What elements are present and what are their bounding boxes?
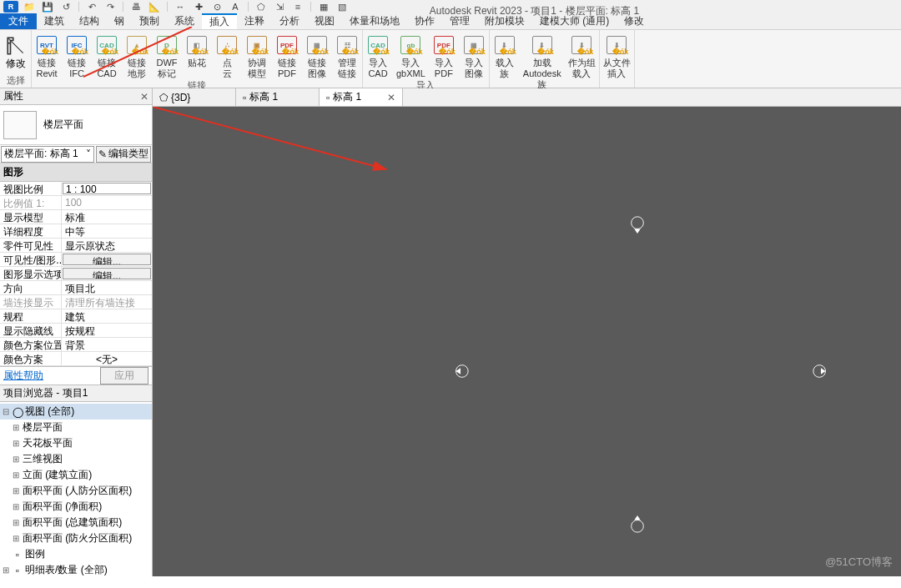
link-topo[interactable]: ▲�ók链接 地形 xyxy=(122,32,152,79)
tree-item[interactable]: ⊞▫明细表/数量 (全部) xyxy=(0,562,152,576)
expander-icon[interactable]: ⊞ xyxy=(12,455,20,464)
elevation-marker-south[interactable] xyxy=(628,515,647,534)
import-gbxml[interactable]: gb�ók导入 gbXML xyxy=(393,32,429,79)
qat-3d-icon[interactable]: ⬠ xyxy=(254,1,269,13)
qat-open-icon[interactable]: 📁 xyxy=(22,1,37,13)
qat-text-icon[interactable]: A xyxy=(228,1,243,13)
prop-value[interactable]: 1 : 100 xyxy=(63,183,151,194)
prop-value[interactable]: 建筑 xyxy=(62,309,152,323)
tree-item[interactable]: ⊞天花板平面 xyxy=(0,435,152,451)
qat-dim-icon[interactable]: ↔ xyxy=(173,1,188,13)
menu-注释[interactable]: 注释 xyxy=(237,13,272,29)
load-as-group[interactable]: ⬇�ók作为组 载入 xyxy=(565,32,599,90)
edit-type-button[interactable]: ✎ 编辑类型 xyxy=(96,146,151,163)
prop-value[interactable]: 编辑... xyxy=(63,254,151,265)
qat-print-icon[interactable]: 🖶 xyxy=(128,1,143,13)
qat-save-icon[interactable]: 💾 xyxy=(40,1,55,13)
menu-体量和场地[interactable]: 体量和场地 xyxy=(342,13,407,29)
prop-value[interactable]: 按规程 xyxy=(62,324,152,337)
qat-thin-icon[interactable]: ≡ xyxy=(290,1,305,13)
type-preview[interactable]: 楼层平面 xyxy=(0,105,152,145)
prop-value[interactable]: 背景 xyxy=(62,338,152,351)
import-image[interactable]: ▦�ók导入 图像 xyxy=(459,32,489,79)
expander-icon[interactable]: ⊟ xyxy=(2,407,10,416)
expander-icon[interactable]: ⊞ xyxy=(2,565,10,575)
qat-switch-icon[interactable]: ▧ xyxy=(335,1,350,13)
menu-插入[interactable]: 插入 xyxy=(202,13,237,29)
manage-links[interactable]: ☷�ók管理 链接 xyxy=(332,32,362,79)
prop-value[interactable]: 标准 xyxy=(62,210,152,224)
tree-item[interactable]: ⊞三维视图 xyxy=(0,451,152,467)
prop-value[interactable]: 编辑... xyxy=(63,268,151,279)
qat-section-icon[interactable]: ⇲ xyxy=(272,1,287,13)
point-cloud-icon: ∴�ók xyxy=(215,33,239,57)
expander-icon[interactable]: ⊞ xyxy=(12,470,20,480)
edit-type-icon: ✎ xyxy=(98,148,107,160)
close-icon[interactable]: ✕ xyxy=(140,91,148,103)
expander-icon[interactable]: ⊞ xyxy=(12,518,20,527)
prop-value[interactable]: 显示原状态 xyxy=(62,239,152,252)
expander-icon[interactable]: ⊞ xyxy=(12,439,20,448)
qat-sync-icon[interactable]: ↺ xyxy=(58,1,73,13)
tree-item[interactable]: ⊞面积平面 (净面积) xyxy=(0,499,152,515)
expander-icon[interactable]: ⊞ xyxy=(12,502,20,511)
expander-icon[interactable]: ⊞ xyxy=(12,423,20,432)
view-tab-标高 1[interactable]: ▫标高 1✕ xyxy=(320,88,403,106)
prop-value: 100 xyxy=(62,196,152,209)
elevation-marker-west[interactable] xyxy=(451,362,470,380)
import-cad[interactable]: CAD�ók导入 CAD xyxy=(363,32,393,79)
tree-item[interactable]: ▫图例 xyxy=(0,546,152,562)
link-cad[interactable]: CAD�ók链接 CAD xyxy=(92,32,122,79)
file-menu[interactable]: 文件 xyxy=(0,13,37,29)
link-image[interactable]: ▦�ók链接 图像 xyxy=(302,32,332,79)
load-autodesk-family[interactable]: ⬇�ók加载 Autodesk 族 xyxy=(520,32,565,90)
tree-item[interactable]: ⊟◯视图 (全部) xyxy=(0,404,152,420)
menu-钢[interactable]: 钢 xyxy=(107,13,132,29)
expander-icon[interactable]: ⊞ xyxy=(12,534,20,543)
menu-分析[interactable]: 分析 xyxy=(272,13,307,29)
prop-value[interactable]: 项目北 xyxy=(62,281,152,294)
menu-视图[interactable]: 视图 xyxy=(307,13,342,29)
qat-align-icon[interactable]: ✚ xyxy=(191,1,206,13)
tree-item[interactable]: ⊞面积平面 (总建筑面积) xyxy=(0,515,152,530)
menu-系统[interactable]: 系统 xyxy=(167,13,202,29)
menu-结构[interactable]: 结构 xyxy=(72,13,107,29)
insert-from-file[interactable]: ⬇�ók从文件 插入 xyxy=(600,32,634,79)
qat-redo-icon[interactable]: ↷ xyxy=(103,1,118,13)
tree-item[interactable]: ⊞楼层平面 xyxy=(0,420,152,435)
apply-button[interactable]: 应用 xyxy=(100,367,148,384)
type-selector-row: 楼层平面: 标高 1 ˅ ✎ 编辑类型 xyxy=(0,145,152,163)
left-column: 属性 ✕ 楼层平面 楼层平面: 标高 1 ˅ ✎ 编辑类型 图形 视图比例1 :… xyxy=(0,88,153,576)
decal[interactable]: ◧�ók贴花 xyxy=(182,32,212,79)
prop-value[interactable]: <无> xyxy=(62,352,152,365)
link-revit[interactable]: RVT�ók链接 Revit xyxy=(32,32,62,79)
qat-measure-icon[interactable]: 📐 xyxy=(147,1,162,13)
elevation-marker-north[interactable] xyxy=(628,215,647,234)
load-family[interactable]: ⬇�ók载入 族 xyxy=(490,32,520,90)
tree-item[interactable]: ⊞立面 (建筑立面) xyxy=(0,467,152,483)
drawing-canvas[interactable]: @51CTO博客 xyxy=(153,107,901,576)
view-tab-{3D}[interactable]: ⬠{3D} xyxy=(153,88,236,106)
instance-dropdown[interactable]: 楼层平面: 标高 1 ˅ xyxy=(1,146,94,163)
view-tab-标高 1[interactable]: ▫标高 1 xyxy=(236,88,320,106)
modify-button[interactable]: 修改 xyxy=(3,32,28,74)
dwf-markup[interactable]: D�ókDWF 标记 xyxy=(152,32,182,79)
link-pdf[interactable]: PDF�ók链接 PDF xyxy=(272,32,302,79)
qat-close-icon[interactable]: ▦ xyxy=(316,1,331,13)
point-cloud[interactable]: ∴�ók点 云 xyxy=(212,32,242,79)
link-ifc[interactable]: IFC�ók链接 IFC xyxy=(62,32,92,79)
close-icon[interactable]: ✕ xyxy=(387,92,395,103)
expander-icon[interactable]: ⊞ xyxy=(12,486,20,495)
menu-预制[interactable]: 预制 xyxy=(132,13,167,29)
prop-group-graphics[interactable]: 图形 xyxy=(0,163,152,182)
menu-建筑[interactable]: 建筑 xyxy=(37,13,72,29)
tree-item[interactable]: ⊞面积平面 (人防分区面积) xyxy=(0,483,152,499)
properties-help-link[interactable]: 属性帮助 xyxy=(3,369,43,383)
coord-model[interactable]: ▣�ók协调 模型 xyxy=(242,32,272,79)
tree-item[interactable]: ⊞面积平面 (防火分区面积) xyxy=(0,530,152,546)
import-pdf[interactable]: PDF�ók导入 PDF xyxy=(429,32,459,79)
prop-value[interactable]: 中等 xyxy=(62,224,152,238)
qat-tag-icon[interactable]: ⊙ xyxy=(209,1,224,13)
elevation-marker-east[interactable] xyxy=(812,362,830,380)
qat-undo-icon[interactable]: ↶ xyxy=(84,1,99,13)
